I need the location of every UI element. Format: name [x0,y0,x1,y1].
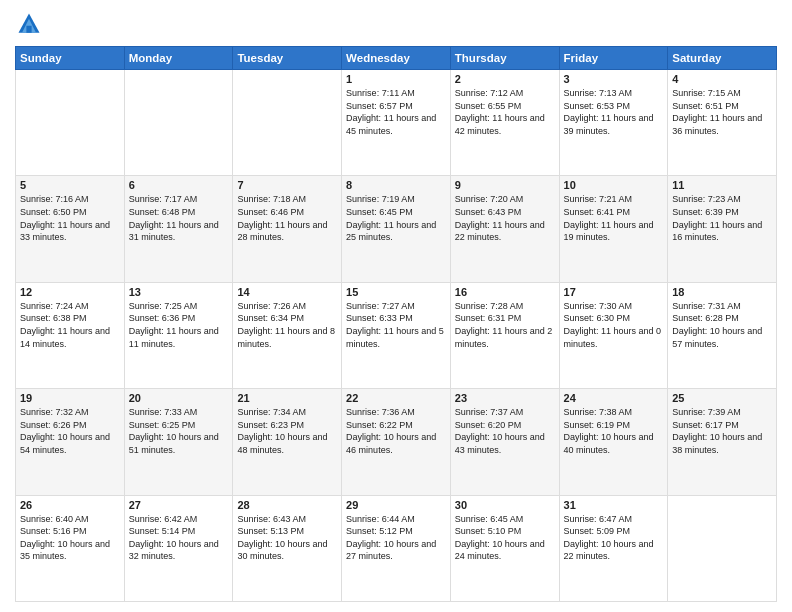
day-info: Sunrise: 7:34 AM Sunset: 6:23 PM Dayligh… [237,406,337,456]
svg-rect-2 [26,26,31,33]
calendar-header-saturday: Saturday [668,47,777,70]
calendar-cell: 22Sunrise: 7:36 AM Sunset: 6:22 PM Dayli… [342,389,451,495]
logo [15,10,47,38]
day-info: Sunrise: 6:47 AM Sunset: 5:09 PM Dayligh… [564,513,664,563]
calendar-cell: 25Sunrise: 7:39 AM Sunset: 6:17 PM Dayli… [668,389,777,495]
calendar-cell: 21Sunrise: 7:34 AM Sunset: 6:23 PM Dayli… [233,389,342,495]
calendar-table: SundayMondayTuesdayWednesdayThursdayFrid… [15,46,777,602]
day-number: 12 [20,286,120,298]
calendar-cell: 10Sunrise: 7:21 AM Sunset: 6:41 PM Dayli… [559,176,668,282]
calendar-header-tuesday: Tuesday [233,47,342,70]
day-info: Sunrise: 7:39 AM Sunset: 6:17 PM Dayligh… [672,406,772,456]
day-info: Sunrise: 7:36 AM Sunset: 6:22 PM Dayligh… [346,406,446,456]
day-number: 8 [346,179,446,191]
calendar-header-friday: Friday [559,47,668,70]
calendar-cell: 15Sunrise: 7:27 AM Sunset: 6:33 PM Dayli… [342,282,451,388]
day-info: Sunrise: 7:11 AM Sunset: 6:57 PM Dayligh… [346,87,446,137]
calendar-cell: 31Sunrise: 6:47 AM Sunset: 5:09 PM Dayli… [559,495,668,601]
day-number: 14 [237,286,337,298]
day-number: 10 [564,179,664,191]
calendar-cell: 23Sunrise: 7:37 AM Sunset: 6:20 PM Dayli… [450,389,559,495]
calendar-cell [124,70,233,176]
day-info: Sunrise: 7:20 AM Sunset: 6:43 PM Dayligh… [455,193,555,243]
calendar-cell: 11Sunrise: 7:23 AM Sunset: 6:39 PM Dayli… [668,176,777,282]
calendar-header-row: SundayMondayTuesdayWednesdayThursdayFrid… [16,47,777,70]
day-number: 3 [564,73,664,85]
day-number: 28 [237,499,337,511]
calendar-cell: 18Sunrise: 7:31 AM Sunset: 6:28 PM Dayli… [668,282,777,388]
day-number: 6 [129,179,229,191]
day-number: 9 [455,179,555,191]
calendar-cell: 19Sunrise: 7:32 AM Sunset: 6:26 PM Dayli… [16,389,125,495]
day-number: 21 [237,392,337,404]
day-number: 18 [672,286,772,298]
calendar-cell: 2Sunrise: 7:12 AM Sunset: 6:55 PM Daylig… [450,70,559,176]
calendar-week-1: 1Sunrise: 7:11 AM Sunset: 6:57 PM Daylig… [16,70,777,176]
day-number: 11 [672,179,772,191]
header [15,10,777,38]
day-number: 16 [455,286,555,298]
calendar-cell: 5Sunrise: 7:16 AM Sunset: 6:50 PM Daylig… [16,176,125,282]
day-number: 24 [564,392,664,404]
calendar-cell: 6Sunrise: 7:17 AM Sunset: 6:48 PM Daylig… [124,176,233,282]
day-number: 30 [455,499,555,511]
day-number: 4 [672,73,772,85]
calendar-cell: 8Sunrise: 7:19 AM Sunset: 6:45 PM Daylig… [342,176,451,282]
calendar-cell: 30Sunrise: 6:45 AM Sunset: 5:10 PM Dayli… [450,495,559,601]
calendar-cell: 16Sunrise: 7:28 AM Sunset: 6:31 PM Dayli… [450,282,559,388]
day-info: Sunrise: 7:12 AM Sunset: 6:55 PM Dayligh… [455,87,555,137]
day-number: 23 [455,392,555,404]
calendar-cell: 29Sunrise: 6:44 AM Sunset: 5:12 PM Dayli… [342,495,451,601]
day-number: 1 [346,73,446,85]
calendar-cell [16,70,125,176]
calendar-week-4: 19Sunrise: 7:32 AM Sunset: 6:26 PM Dayli… [16,389,777,495]
day-number: 15 [346,286,446,298]
day-info: Sunrise: 7:31 AM Sunset: 6:28 PM Dayligh… [672,300,772,350]
day-info: Sunrise: 7:30 AM Sunset: 6:30 PM Dayligh… [564,300,664,350]
day-info: Sunrise: 7:13 AM Sunset: 6:53 PM Dayligh… [564,87,664,137]
page: SundayMondayTuesdayWednesdayThursdayFrid… [0,0,792,612]
day-info: Sunrise: 6:43 AM Sunset: 5:13 PM Dayligh… [237,513,337,563]
calendar-cell: 1Sunrise: 7:11 AM Sunset: 6:57 PM Daylig… [342,70,451,176]
calendar-header-sunday: Sunday [16,47,125,70]
calendar-cell: 9Sunrise: 7:20 AM Sunset: 6:43 PM Daylig… [450,176,559,282]
day-number: 7 [237,179,337,191]
calendar-cell: 14Sunrise: 7:26 AM Sunset: 6:34 PM Dayli… [233,282,342,388]
calendar-cell: 4Sunrise: 7:15 AM Sunset: 6:51 PM Daylig… [668,70,777,176]
calendar-cell: 28Sunrise: 6:43 AM Sunset: 5:13 PM Dayli… [233,495,342,601]
day-info: Sunrise: 7:33 AM Sunset: 6:25 PM Dayligh… [129,406,229,456]
day-info: Sunrise: 6:42 AM Sunset: 5:14 PM Dayligh… [129,513,229,563]
calendar-cell: 17Sunrise: 7:30 AM Sunset: 6:30 PM Dayli… [559,282,668,388]
calendar-cell: 7Sunrise: 7:18 AM Sunset: 6:46 PM Daylig… [233,176,342,282]
calendar-header-wednesday: Wednesday [342,47,451,70]
day-info: Sunrise: 7:18 AM Sunset: 6:46 PM Dayligh… [237,193,337,243]
day-info: Sunrise: 7:38 AM Sunset: 6:19 PM Dayligh… [564,406,664,456]
calendar-cell [668,495,777,601]
calendar-cell: 24Sunrise: 7:38 AM Sunset: 6:19 PM Dayli… [559,389,668,495]
day-info: Sunrise: 7:25 AM Sunset: 6:36 PM Dayligh… [129,300,229,350]
calendar-week-2: 5Sunrise: 7:16 AM Sunset: 6:50 PM Daylig… [16,176,777,282]
day-number: 20 [129,392,229,404]
day-info: Sunrise: 7:17 AM Sunset: 6:48 PM Dayligh… [129,193,229,243]
day-number: 13 [129,286,229,298]
calendar-cell: 13Sunrise: 7:25 AM Sunset: 6:36 PM Dayli… [124,282,233,388]
day-info: Sunrise: 7:23 AM Sunset: 6:39 PM Dayligh… [672,193,772,243]
calendar-header-monday: Monday [124,47,233,70]
day-number: 29 [346,499,446,511]
day-info: Sunrise: 7:19 AM Sunset: 6:45 PM Dayligh… [346,193,446,243]
day-info: Sunrise: 6:45 AM Sunset: 5:10 PM Dayligh… [455,513,555,563]
day-info: Sunrise: 7:16 AM Sunset: 6:50 PM Dayligh… [20,193,120,243]
day-info: Sunrise: 6:40 AM Sunset: 5:16 PM Dayligh… [20,513,120,563]
calendar-cell [233,70,342,176]
day-number: 17 [564,286,664,298]
calendar-week-5: 26Sunrise: 6:40 AM Sunset: 5:16 PM Dayli… [16,495,777,601]
logo-icon [15,10,43,38]
calendar-header-thursday: Thursday [450,47,559,70]
calendar-cell: 20Sunrise: 7:33 AM Sunset: 6:25 PM Dayli… [124,389,233,495]
calendar-cell: 12Sunrise: 7:24 AM Sunset: 6:38 PM Dayli… [16,282,125,388]
day-number: 27 [129,499,229,511]
day-number: 25 [672,392,772,404]
day-number: 26 [20,499,120,511]
day-info: Sunrise: 7:24 AM Sunset: 6:38 PM Dayligh… [20,300,120,350]
day-info: Sunrise: 7:21 AM Sunset: 6:41 PM Dayligh… [564,193,664,243]
